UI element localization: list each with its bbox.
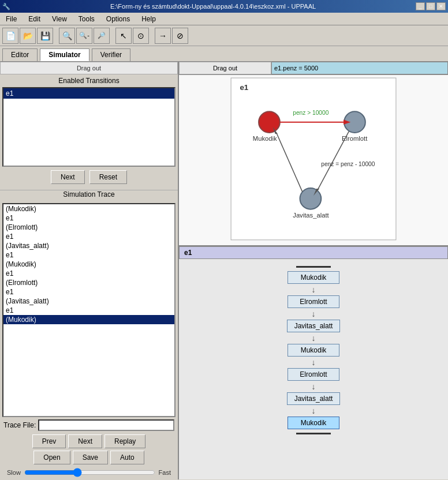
tab-bar: Editor Simulator Verifier [0, 46, 448, 62]
menu-view[interactable]: View [48, 14, 70, 24]
svg-text:penz = penz - 10000: penz = penz - 10000 [321, 161, 375, 167]
close-button[interactable]: ✕ [436, 2, 446, 10]
transition-item-e1[interactable]: e1 [3, 88, 174, 99]
menu-tools[interactable]: Tools [75, 14, 98, 24]
open-file-button[interactable]: 📂 [20, 28, 36, 44]
tab-simulator[interactable]: Simulator [40, 48, 89, 61]
toolbar: 📄 📂 💾 🔍 🔍- 🔎 ↖ ⊙ → ⊘ [0, 25, 448, 46]
state-mukodik-1: Mukodik [288, 271, 339, 284]
trace-item[interactable]: (Elromlott) [3, 223, 174, 232]
arrow-2: ↓ [312, 310, 316, 318]
variable-bar: e1.penz = 5000 [271, 62, 448, 74]
state-mukodik-3: Mukodik [288, 417, 339, 429]
title-bar-controls: _ □ ✕ [416, 2, 446, 10]
new-button[interactable]: 📄 [2, 28, 18, 44]
zoom-out-button[interactable]: 🔎 [94, 28, 110, 44]
arrow-5: ↓ [312, 382, 316, 391]
drag-out-right-top[interactable]: Drag out [179, 62, 271, 74]
trace-file-input[interactable] [38, 419, 174, 431]
title-bar-icon: 🔧 [2, 3, 10, 10]
svg-text:penz > 10000: penz > 10000 [293, 110, 328, 116]
next-button[interactable]: Next [51, 170, 85, 184]
zoom-in-button[interactable]: 🔍 [59, 28, 75, 44]
trace-item[interactable]: (Javitas_alatt) [3, 297, 174, 306]
bottom-btn-row-1: Prev Next Replay [2, 433, 176, 449]
trace-item[interactable]: e1 [3, 232, 174, 241]
menu-file[interactable]: File [2, 14, 20, 24]
state-diagram-area: Drag out e1.penz = 5000 e1 Mukodik Elrom… [179, 62, 448, 246]
tab-editor[interactable]: Editor [2, 48, 38, 61]
minimize-button[interactable]: _ [416, 2, 425, 10]
menu-options[interactable]: Options [103, 14, 133, 24]
replay-button[interactable]: Replay [104, 434, 145, 448]
drag-out-left[interactable]: Drag out [0, 62, 178, 74]
state-javitas-1: Javitas_alatt [287, 320, 341, 332]
state-javitas-2: Javitas_alatt [287, 392, 341, 405]
zoom-out-left-button[interactable]: 🔍- [76, 28, 92, 44]
trace-item[interactable]: e1 [3, 250, 174, 260]
trace-visual-content: Mukodik ↓ Elromlott ↓ Javitas_alatt ↓ Mu… [179, 259, 448, 479]
prev-button[interactable]: Prev [32, 434, 66, 448]
arrow-button[interactable]: → [155, 28, 171, 44]
next-trace-button[interactable]: Next [68, 434, 102, 448]
diagram-canvas: e1 Mukodik Elromlott Javitas_alatt penz … [179, 75, 448, 246]
slow-label: Slow [7, 469, 21, 476]
menu-edit[interactable]: Edit [25, 14, 44, 24]
fast-label: Fast [159, 469, 171, 476]
transition-buttons: Next Reset [2, 167, 176, 187]
arrow-4: ↓ [312, 358, 316, 366]
title-bar-title: E:\Form-ny és számtud\dokt-Uppaal\uppaal… [10, 3, 416, 10]
tab-verifier[interactable]: Verifier [92, 48, 130, 61]
trace-item[interactable]: e1 [3, 213, 174, 223]
maximize-button[interactable]: □ [426, 2, 435, 10]
trace-file-row: Trace File: [2, 417, 176, 433]
enabled-transitions-label: Enabled Transitions [2, 77, 176, 85]
svg-text:Elromlott: Elromlott [342, 135, 368, 142]
svg-text:Javitas_alatt: Javitas_alatt [293, 212, 329, 219]
save-button[interactable]: Save [73, 451, 108, 464]
speed-slider[interactable] [24, 468, 155, 477]
trace-file-label: Trace File: [3, 421, 36, 429]
svg-text:Mukodik: Mukodik [253, 135, 277, 142]
trace-item[interactable]: e1 [3, 269, 174, 278]
svg-text:e1: e1 [240, 83, 248, 92]
right-panel: Drag out e1.penz = 5000 e1 Mukodik Elrom… [179, 62, 448, 479]
menu-help[interactable]: Help [138, 14, 159, 24]
arrow-3: ↓ [312, 334, 316, 342]
auto-button[interactable]: Auto [110, 451, 144, 464]
state-elromlott-2: Elromlott [288, 368, 339, 381]
arrow-6: ↓ [312, 407, 316, 415]
arrow-1: ↓ [312, 286, 316, 294]
trace-item[interactable]: (Mukodik) [3, 204, 174, 213]
open-button[interactable]: Open [33, 451, 70, 464]
trace-visual-area: e1 Mukodik ↓ Elromlott ↓ Javitas_alatt ↓… [179, 246, 448, 479]
left-panel: Drag out Enabled Transitions e1 Next Res… [0, 62, 179, 479]
trace-list[interactable]: (Mukodik) e1 (Elromlott) e1 (Javitas_ala… [2, 203, 176, 417]
state-diagram-svg: e1 Mukodik Elromlott Javitas_alatt penz … [179, 75, 448, 246]
trace-item[interactable]: e1 [3, 306, 174, 315]
save-file-button[interactable]: 💾 [37, 28, 53, 44]
top-separator [296, 266, 331, 268]
trace-item[interactable]: (Elromlott) [3, 278, 174, 287]
trace-item-selected[interactable]: (Mukodik) [3, 315, 174, 324]
main-layout: Drag out Enabled Transitions e1 Next Res… [0, 62, 448, 479]
state-elromlott-1: Elromlott [288, 295, 339, 308]
simulation-trace-section: Simulation Trace (Mukodik) e1 (Elromlott… [0, 190, 178, 479]
enabled-transitions-section: Enabled Transitions e1 Next Reset [0, 74, 178, 190]
menu-bar: File Edit View Tools Options Help [0, 13, 448, 25]
slider-row: Slow Fast [2, 466, 176, 479]
trace-item[interactable]: e1 [3, 287, 174, 297]
svg-point-2 [259, 111, 280, 133]
simulation-trace-label: Simulation Trace [2, 190, 176, 198]
trace-header: e1 [179, 246, 448, 259]
trace-item[interactable]: (Javitas_alatt) [3, 241, 174, 250]
svg-point-6 [300, 188, 322, 209]
cancel-button[interactable]: ⊘ [172, 28, 188, 44]
select-button[interactable]: ↖ [115, 28, 132, 44]
trace-title: e1 [184, 249, 192, 257]
enabled-transitions-list[interactable]: e1 [2, 87, 176, 167]
circle-button[interactable]: ⊙ [133, 28, 149, 44]
trace-item[interactable]: (Mukodik) [3, 260, 174, 269]
state-mukodik-2: Mukodik [288, 344, 339, 357]
reset-button[interactable]: Reset [89, 170, 127, 184]
